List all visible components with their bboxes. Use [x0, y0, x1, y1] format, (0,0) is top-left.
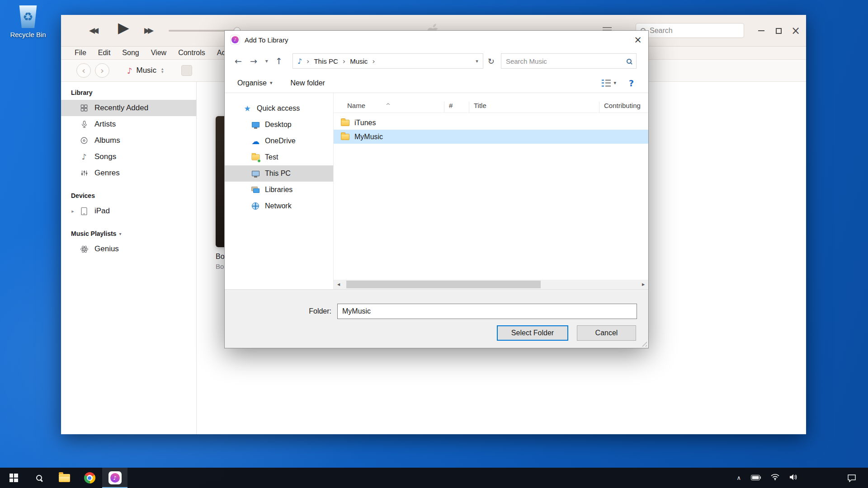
details-view-icon[interactable]: [602, 80, 611, 87]
dialog-title: Add To Library: [245, 36, 288, 44]
file-row-itunes[interactable]: iTunes: [334, 116, 648, 130]
address-dropdown-icon[interactable]: ▾: [476, 58, 478, 64]
battery-icon[interactable]: [751, 474, 761, 482]
dialog-toolbar: Organise ▾ New folder ▾ ?: [225, 73, 648, 93]
column-number[interactable]: #: [444, 102, 469, 113]
column-contributing[interactable]: Contributing: [599, 102, 648, 113]
nav-item-network[interactable]: Network: [225, 198, 333, 214]
search-icon: [36, 475, 42, 481]
menu-controls[interactable]: Controls: [178, 49, 205, 57]
menu-view[interactable]: View: [151, 49, 166, 57]
dialog-search-box[interactable]: [501, 53, 637, 69]
file-row-mymusic[interactable]: MyMusic: [334, 130, 648, 144]
maximize-button[interactable]: [771, 15, 786, 47]
close-button[interactable]: ×: [788, 15, 803, 47]
nav-item-label: Libraries: [265, 186, 292, 194]
taskbar-search-button[interactable]: [26, 468, 52, 488]
minimize-button[interactable]: [754, 15, 769, 47]
scroll-right-arrow[interactable]: ▶: [638, 280, 648, 289]
breadcrumb-chevron-icon: ›: [307, 57, 309, 66]
dialog-search-input[interactable]: [506, 57, 623, 65]
taskbar-chrome[interactable]: [77, 468, 102, 488]
nav-item-onedrive[interactable]: ☁ OneDrive: [225, 133, 333, 149]
dialog-body: ★ Quick access Desktop ☁ OneDrive Test: [225, 93, 648, 289]
nav-item-quick-access[interactable]: ★ Quick access: [225, 100, 333, 117]
scrollbar-thumb[interactable]: [346, 281, 541, 288]
sidebar-item-artists[interactable]: Artists: [61, 116, 196, 132]
fast-forward-button[interactable]: ▶▶: [144, 26, 151, 35]
address-bar[interactable]: ♪ › This PC › Music › ▾: [292, 53, 483, 69]
itunes-search-input[interactable]: [650, 27, 743, 35]
sidebar-item-recently-added[interactable]: Recently Added: [61, 100, 196, 116]
nav-item-this-pc[interactable]: This PC: [225, 165, 333, 182]
breadcrumb-chevron-icon: ›: [343, 57, 345, 66]
nav-item-label: Network: [265, 202, 292, 210]
wifi-icon[interactable]: [771, 474, 779, 482]
breadcrumb-chevron-icon: ›: [372, 57, 375, 66]
taskbar-file-explorer[interactable]: [52, 468, 77, 488]
refresh-button[interactable]: ↻: [488, 56, 495, 66]
taskbar: ♪ ∧: [0, 468, 868, 488]
history-back-button[interactable]: ‹: [76, 63, 91, 78]
itunes-sidebar: Library Recently Added Artists: [61, 82, 197, 434]
view-dropdown-icon[interactable]: ▾: [613, 80, 616, 86]
nav-item-libraries[interactable]: Libraries: [225, 182, 333, 198]
music-playlists-header[interactable]: Music Playlists ▾: [61, 230, 196, 241]
sidebar-item-genres[interactable]: Genres: [61, 165, 196, 181]
column-name[interactable]: ^ Name: [334, 102, 444, 113]
sidebar-item-albums[interactable]: Albums: [61, 132, 196, 149]
chevron-down-icon: ▾: [119, 231, 121, 236]
scrollbar-track[interactable]: [344, 280, 638, 289]
folder-name-input[interactable]: [337, 304, 637, 319]
nav-item-desktop[interactable]: Desktop: [225, 117, 333, 133]
sidebar-item-songs[interactable]: ♪ Songs: [61, 149, 196, 165]
menu-file[interactable]: File: [75, 49, 86, 57]
horizontal-scrollbar[interactable]: ◀ ▶: [334, 280, 648, 289]
play-button[interactable]: ▶: [118, 19, 129, 36]
history-forward-button[interactable]: ›: [95, 63, 109, 78]
nav-item-label: OneDrive: [265, 137, 296, 145]
menu-song[interactable]: Song: [122, 49, 139, 57]
breadcrumb-this-pc[interactable]: This PC: [314, 57, 338, 65]
breadcrumb-music[interactable]: Music: [350, 57, 368, 65]
organise-button[interactable]: Organise ▾: [237, 79, 272, 87]
rewind-button[interactable]: ◀◀: [89, 26, 96, 35]
media-type-selector[interactable]: ♪ Music ▴ ▾: [127, 66, 163, 75]
scroll-left-arrow[interactable]: ◀: [334, 280, 344, 289]
dialog-title-bar[interactable]: ♪ Add To Library ×: [225, 31, 648, 49]
new-folder-button[interactable]: New folder: [290, 79, 325, 87]
nav-item-test[interactable]: Test: [225, 149, 333, 165]
itunes-search-box[interactable]: [636, 23, 744, 38]
dialog-close-button[interactable]: ×: [627, 31, 648, 49]
help-icon[interactable]: ?: [629, 78, 634, 88]
file-explorer-icon: [59, 474, 70, 482]
select-folder-button[interactable]: Select Folder: [497, 325, 568, 341]
forward-button[interactable]: →: [250, 56, 257, 66]
chrome-icon: [84, 472, 95, 483]
action-center-icon[interactable]: [847, 474, 868, 482]
up-button[interactable]: ↑: [275, 56, 283, 66]
nav-item-label: Desktop: [265, 121, 292, 129]
expand-chevron-icon[interactable]: ▸: [67, 208, 78, 214]
sidebar-item-ipad[interactable]: ▸ iPad: [61, 203, 196, 219]
file-list-pane: ^ Name # Title Contributing: [333, 93, 648, 289]
start-button[interactable]: [1, 468, 26, 488]
recent-locations-dropdown-icon[interactable]: ▾: [265, 58, 268, 64]
back-button[interactable]: ←: [235, 56, 242, 66]
hidden-icons-chevron[interactable]: ∧: [736, 474, 741, 481]
recycle-bin-icon: ♻: [18, 5, 38, 28]
nav-item-label: Quick access: [257, 104, 300, 113]
recycle-icon: ♻: [23, 10, 33, 23]
volume-icon[interactable]: [789, 474, 797, 483]
taskbar-itunes[interactable]: ♪: [102, 468, 127, 488]
view-grid-button[interactable]: [181, 65, 192, 76]
cancel-button[interactable]: Cancel: [577, 325, 636, 341]
sidebar-item-label: Recently Added: [94, 103, 148, 113]
music-location-icon: ♪: [297, 57, 302, 66]
resize-grip[interactable]: [640, 340, 647, 347]
menu-edit[interactable]: Edit: [98, 49, 111, 57]
sidebar-item-genius[interactable]: Genius: [61, 241, 196, 257]
recycle-bin-shortcut[interactable]: ♻ Recycle Bin: [7, 5, 49, 38]
sidebar-item-label: Songs: [94, 152, 116, 161]
column-title[interactable]: Title: [469, 102, 599, 113]
